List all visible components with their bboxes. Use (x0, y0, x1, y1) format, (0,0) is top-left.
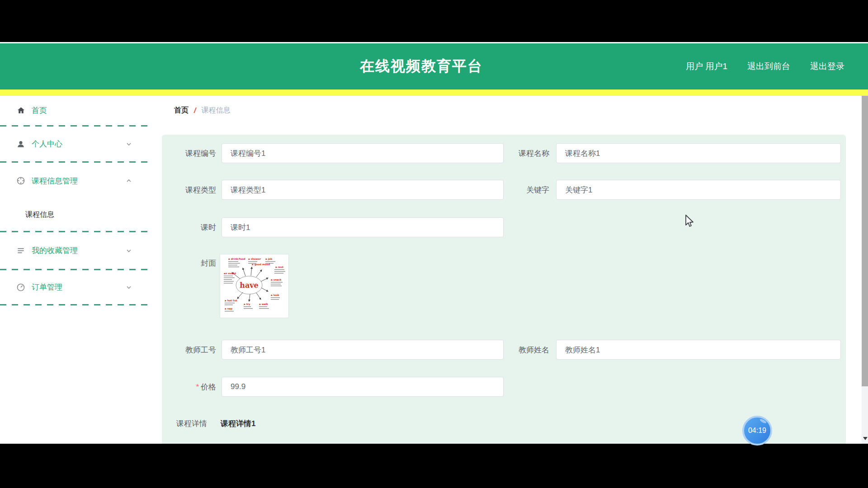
course-name-label: 课程名称 (491, 143, 549, 164)
svg-text:a drink/food: a drink/food (228, 258, 245, 260)
breadcrumb-current: 课程信息 (201, 106, 230, 115)
course-detail-value: 课程详情1 (221, 413, 255, 434)
list-icon (16, 246, 25, 255)
course-form-panel: 课程编号 课程编号1 课程名称 课程名称1 课程类型 课程类型1 关键字 关键字… (162, 135, 846, 444)
svg-text:a look: a look (271, 294, 279, 296)
exit-to-front-link[interactable]: 退出到前台 (747, 61, 790, 72)
svg-text:a walk: a walk (259, 303, 268, 305)
breadcrumb: 首页 / 课程信息 (174, 106, 230, 115)
breadcrumb-separator: / (194, 107, 196, 115)
breadcrumb-home[interactable]: 首页 (174, 106, 189, 115)
svg-text:a snack: a snack (271, 278, 282, 281)
course-type-label: 课程类型 (157, 180, 216, 201)
sidebar-item-home[interactable]: 首页 (0, 96, 149, 125)
sidebar-subitem-label: 课程信息 (25, 210, 54, 220)
scrollbar-down-arrow-icon[interactable] (863, 437, 868, 440)
svg-text:an event: an event (224, 272, 236, 275)
hours-input[interactable]: 课时1 (222, 217, 504, 237)
teacher-name-label: 教师姓名 (491, 340, 549, 361)
chevron-down-icon (126, 248, 132, 254)
aim-icon (16, 176, 25, 185)
app-title: 在线视频教育平台 (360, 56, 483, 76)
teacher-no-input[interactable]: 教师工号1 (222, 340, 504, 360)
svg-text:a shower: a shower (248, 258, 261, 260)
course-name-input[interactable]: 课程名称1 (556, 143, 841, 163)
chevron-down-icon (126, 141, 132, 147)
video-time-bubble[interactable]: 04:19 (742, 416, 772, 446)
sidebar-item-personal-center[interactable]: 个人中心 (0, 127, 149, 161)
svg-text:a hot list: a hot list (225, 299, 237, 302)
video-time-text: 04:19 (748, 427, 766, 435)
price-label: *价格 (157, 377, 216, 398)
chevron-down-icon (126, 284, 132, 291)
keyword-input[interactable]: 关键字1 (556, 180, 841, 200)
sidebar-item-label: 我的收藏管理 (32, 245, 78, 256)
sidebar-item-course-info-mgmt[interactable]: 课程信息管理 (0, 163, 149, 199)
sidebar-subitem-course-info[interactable]: 课程信息 (0, 199, 149, 231)
course-no-label: 课程编号 (157, 143, 216, 164)
home-icon (16, 106, 25, 115)
svg-text:a rest: a rest (275, 266, 283, 268)
sidebar: 首页 个人中心 (0, 96, 149, 444)
sidebar-item-label: 首页 (32, 105, 47, 116)
hours-label: 课时 (157, 217, 216, 238)
price-input[interactable]: 99.9 (222, 377, 504, 397)
current-user-label: 用户 用户1 (686, 61, 727, 72)
keyword-label: 关键字 (491, 180, 549, 201)
sidebar-item-label: 课程信息管理 (32, 176, 78, 186)
sidebar-item-order-mgmt[interactable]: 订单管理 (0, 270, 149, 304)
logout-link[interactable]: 退出登录 (810, 61, 844, 72)
scrollbar-thumb[interactable] (862, 96, 868, 386)
svg-text:a nap: a nap (225, 307, 232, 310)
sidebar-item-favorites-mgmt[interactable]: 我的收藏管理 (0, 232, 149, 269)
screen: 在线视频教育平台 用户 用户1 退出到前台 退出登录 首页 (0, 0, 868, 488)
user-icon (16, 140, 25, 149)
cover-center-word: have (240, 281, 258, 290)
svg-text:a good mood: a good mood (252, 263, 270, 266)
chevron-up-icon (126, 178, 132, 184)
teacher-name-input[interactable]: 教师姓名1 (556, 340, 841, 360)
sidebar-item-label: 个人中心 (32, 139, 62, 149)
course-cover-image[interactable]: have a drink/food (220, 254, 288, 318)
teacher-no-label: 教师工号 (157, 340, 216, 361)
cover-label: 封面 (157, 253, 216, 274)
header-accent-bar (0, 89, 868, 96)
course-no-input[interactable]: 课程编号1 (222, 143, 504, 163)
scrollbar[interactable] (862, 96, 868, 444)
app-header: 在线视频教育平台 用户 用户1 退出到前台 退出登录 (0, 43, 868, 89)
main-content: 首页 / 课程信息 课程编号 课程编号1 课程名称 课程名称1 课程类型 课程类… (149, 96, 868, 444)
sidebar-item-label: 订单管理 (32, 282, 62, 292)
course-detail-label: 课程详情 (148, 413, 207, 434)
sidebar-divider (0, 304, 149, 305)
course-type-input[interactable]: 课程类型1 (222, 180, 504, 200)
svg-text:a try: a try (244, 303, 250, 306)
app-window: 在线视频教育平台 用户 用户1 退出到前台 退出登录 首页 (0, 42, 868, 444)
header-links: 用户 用户1 退出到前台 退出登录 (686, 43, 844, 89)
svg-text:a job: a job (265, 258, 272, 261)
gauge-icon (16, 283, 25, 292)
required-asterisk: * (196, 383, 199, 391)
